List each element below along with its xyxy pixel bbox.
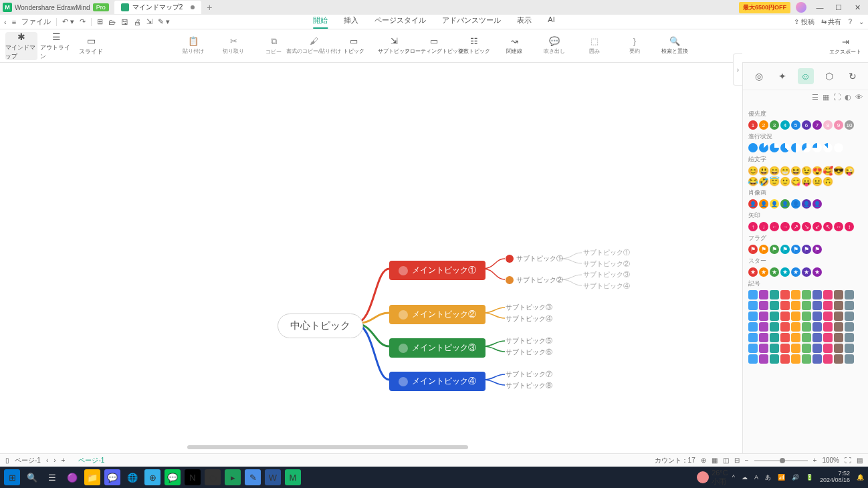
view-outline-button[interactable]: ☰アウトライン <box>40 32 72 60</box>
view-slide-button[interactable]: ▭スライド <box>75 32 107 60</box>
tray-cloud-icon[interactable]: ☁ <box>742 474 748 481</box>
emoji-8[interactable]: 😎 <box>834 166 843 175</box>
symbol-10[interactable] <box>748 301 758 310</box>
tab-insert[interactable]: 挿入 <box>344 15 358 29</box>
star-1[interactable]: ★ <box>759 267 768 277</box>
symbol-31[interactable] <box>759 322 768 332</box>
user-avatar[interactable] <box>796 2 806 13</box>
sub-topic-1[interactable]: サブトピック① <box>506 254 563 263</box>
symbol-5[interactable] <box>802 290 811 299</box>
save-button[interactable]: 🖫 <box>121 18 128 26</box>
symbol-8[interactable] <box>834 290 843 299</box>
summary-button[interactable]: }要約 <box>617 36 652 55</box>
symbol-2[interactable] <box>770 290 779 299</box>
tray-chevron-icon[interactable]: ^ <box>732 474 735 481</box>
priority-5[interactable]: 5 <box>791 120 800 130</box>
flag-1[interactable]: ⚑ <box>759 245 768 254</box>
symbol-12[interactable] <box>770 301 779 310</box>
emoji-2[interactable]: 😄 <box>770 166 779 175</box>
symbol-6[interactable] <box>812 290 822 299</box>
progress-3[interactable] <box>780 143 790 152</box>
star-0[interactable]: ★ <box>748 267 758 277</box>
notification-icon[interactable]: 🔔 <box>857 474 864 481</box>
zoom-in[interactable]: + <box>813 457 817 464</box>
portrait-4[interactable]: 👤 <box>791 199 800 209</box>
arrow-9[interactable]: ↕ <box>845 222 854 231</box>
symbol-15[interactable] <box>802 301 811 310</box>
symbol-29[interactable] <box>845 312 854 321</box>
discord-icon[interactable]: 💬 <box>104 469 120 485</box>
flag-0[interactable]: ⚑ <box>748 245 758 254</box>
share-quick-button[interactable]: ✎ ▾ <box>158 17 170 26</box>
star-3[interactable]: ★ <box>780 267 790 277</box>
sp-tab-clipart-icon[interactable]: ⬡ <box>821 68 837 84</box>
floating-topic-button[interactable]: ▭フローティングトピック <box>417 36 451 55</box>
progress-5[interactable] <box>802 143 811 152</box>
tab-view[interactable]: 表示 <box>517 15 532 29</box>
export-button[interactable]: ⇥エクスポート <box>828 37 863 55</box>
priority-9[interactable]: 9 <box>834 120 843 130</box>
emoji-9[interactable]: 😜 <box>845 166 854 175</box>
sp-tab-ai-icon[interactable]: ✦ <box>774 68 790 84</box>
sp-tab-style-icon[interactable]: ◎ <box>751 68 767 84</box>
zoom-slider[interactable] <box>754 460 808 461</box>
symbol-59[interactable] <box>845 344 854 353</box>
arrow-1[interactable]: ↓ <box>759 222 768 231</box>
close-button[interactable]: ✕ <box>849 3 865 12</box>
new-button[interactable]: ⊞ <box>97 17 103 26</box>
paste-button[interactable]: 📋貼り付け <box>176 36 211 55</box>
open-button[interactable]: 🗁 <box>108 18 116 26</box>
page-prev[interactable]: ‹ <box>46 457 48 464</box>
leaf-2[interactable]: サブトピック② <box>583 259 630 269</box>
symbol-28[interactable] <box>834 312 843 321</box>
progress-0[interactable] <box>748 143 758 152</box>
symbol-36[interactable] <box>812 322 822 332</box>
symbol-45[interactable] <box>802 333 811 342</box>
emoji-1[interactable]: 😃 <box>759 166 768 175</box>
progress-1[interactable] <box>759 143 768 152</box>
priority-4[interactable]: 4 <box>780 120 790 130</box>
leaf-1[interactable]: サブトピック① <box>583 248 630 257</box>
flag-4[interactable]: ⚑ <box>791 245 800 254</box>
symbol-42[interactable] <box>770 333 779 342</box>
symbol-37[interactable] <box>823 322 833 332</box>
relation-button[interactable]: ↝関連線 <box>497 36 532 55</box>
portrait-2[interactable]: 👤 <box>770 199 779 209</box>
portrait-3[interactable]: 👤 <box>780 199 790 209</box>
portrait-1[interactable]: 👤 <box>759 199 768 209</box>
emoji-5[interactable]: 😉 <box>802 166 811 175</box>
star-2[interactable]: ★ <box>770 267 779 277</box>
symbol-55[interactable] <box>802 344 811 353</box>
symbol-35[interactable] <box>802 322 811 332</box>
symbol-61[interactable] <box>759 354 768 364</box>
symbol-18[interactable] <box>834 301 843 310</box>
arrow-7[interactable]: ↖ <box>823 222 833 231</box>
sb-icon-4[interactable]: ⊟ <box>734 457 740 464</box>
sub-topic-3[interactable]: サブトピック③ <box>506 303 552 312</box>
flag-3[interactable]: ⚑ <box>780 245 790 254</box>
symbol-65[interactable] <box>802 354 811 364</box>
callout-button[interactable]: 💬吹き出し <box>537 36 572 55</box>
symbol-9[interactable] <box>845 290 854 299</box>
page-next[interactable]: › <box>53 457 56 464</box>
symbol-14[interactable] <box>791 301 800 310</box>
clock[interactable]: 7:52 2024/08/16 <box>820 471 850 484</box>
symbol-3[interactable] <box>780 290 790 299</box>
share-button[interactable]: ⇆ 共有 <box>821 17 842 27</box>
symbol-7[interactable] <box>823 290 833 299</box>
sp-list-icon[interactable]: ☰ <box>812 93 819 102</box>
app-icon-1[interactable]: ⊕ <box>144 469 160 485</box>
symbol-0[interactable] <box>748 290 758 299</box>
priority-1[interactable]: 1 <box>748 120 758 130</box>
sp-eye-icon[interactable]: 👁 <box>855 93 863 102</box>
main-topic-3[interactable]: メイントピック③ <box>389 338 485 358</box>
emoji-6[interactable]: 😍 <box>812 166 822 175</box>
tray-ime-icon[interactable]: A <box>754 474 758 481</box>
export-quick-button[interactable]: ⇲ <box>146 17 152 26</box>
symbol-64[interactable] <box>791 354 800 364</box>
symbol-52[interactable] <box>770 344 779 353</box>
symbol-27[interactable] <box>823 312 833 321</box>
priority-7[interactable]: 7 <box>812 120 822 130</box>
symbol-63[interactable] <box>780 354 790 364</box>
sb-icon-1[interactable]: ⊕ <box>701 457 706 464</box>
